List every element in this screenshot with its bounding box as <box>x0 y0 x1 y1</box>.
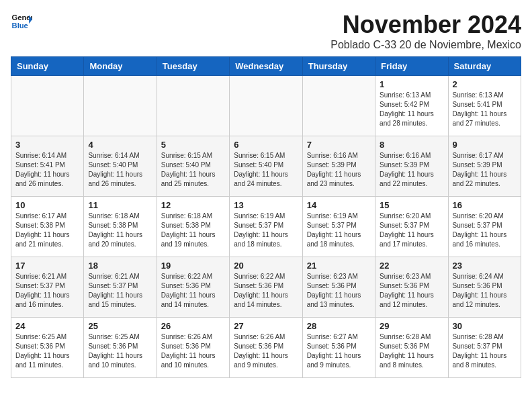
calendar-cell: 14Sunrise: 6:19 AMSunset: 5:37 PMDayligh… <box>302 197 375 257</box>
day-info: Sunrise: 6:17 AMSunset: 5:39 PMDaylight:… <box>453 151 517 189</box>
calendar-cell: 10Sunrise: 6:17 AMSunset: 5:38 PMDayligh… <box>11 197 84 257</box>
day-info: Sunrise: 6:19 AMSunset: 5:37 PMDaylight:… <box>307 212 371 249</box>
day-number: 19 <box>161 261 225 271</box>
calendar-table: SundayMondayTuesdayWednesdayThursdayFrid… <box>11 56 521 378</box>
day-number: 7 <box>307 140 371 150</box>
day-of-week-header: Tuesday <box>157 57 229 76</box>
calendar-cell <box>84 76 157 136</box>
title-block: November 2024 Poblado C-33 20 de Noviemb… <box>330 11 521 51</box>
day-info: Sunrise: 6:14 AMSunset: 5:40 PMDaylight:… <box>88 151 152 189</box>
page-header: General Blue November 2024 Poblado C-33 … <box>11 11 521 51</box>
calendar-cell <box>157 76 229 136</box>
calendar-cell <box>302 76 375 136</box>
day-number: 29 <box>380 321 443 331</box>
calendar-cell: 20Sunrise: 6:22 AMSunset: 5:36 PMDayligh… <box>230 257 302 318</box>
day-number: 15 <box>380 200 443 210</box>
day-info: Sunrise: 6:20 AMSunset: 5:37 PMDaylight:… <box>380 212 443 249</box>
calendar-cell: 27Sunrise: 6:26 AMSunset: 5:36 PMDayligh… <box>230 318 302 378</box>
calendar-cell: 28Sunrise: 6:27 AMSunset: 5:36 PMDayligh… <box>302 318 375 378</box>
calendar-cell: 15Sunrise: 6:20 AMSunset: 5:37 PMDayligh… <box>375 197 448 257</box>
day-info: Sunrise: 6:26 AMSunset: 5:36 PMDaylight:… <box>234 332 298 370</box>
day-number: 14 <box>307 200 371 210</box>
calendar-cell: 29Sunrise: 6:28 AMSunset: 5:36 PMDayligh… <box>375 318 448 378</box>
location-subtitle: Poblado C-33 20 de Noviembre, Mexico <box>330 39 521 51</box>
calendar-cell: 13Sunrise: 6:19 AMSunset: 5:37 PMDayligh… <box>230 197 302 257</box>
day-info: Sunrise: 6:14 AMSunset: 5:41 PMDaylight:… <box>15 151 79 189</box>
day-info: Sunrise: 6:19 AMSunset: 5:37 PMDaylight:… <box>234 212 298 249</box>
day-info: Sunrise: 6:28 AMSunset: 5:37 PMDaylight:… <box>453 332 517 370</box>
day-number: 24 <box>15 321 79 331</box>
calendar-cell: 9Sunrise: 6:17 AMSunset: 5:39 PMDaylight… <box>448 136 521 197</box>
day-info: Sunrise: 6:16 AMSunset: 5:39 PMDaylight:… <box>380 151 443 189</box>
month-title: November 2024 <box>330 11 521 39</box>
day-of-week-header: Thursday <box>302 57 375 76</box>
calendar-cell: 11Sunrise: 6:18 AMSunset: 5:38 PMDayligh… <box>84 197 157 257</box>
calendar-cell: 3Sunrise: 6:14 AMSunset: 5:41 PMDaylight… <box>11 136 84 197</box>
calendar-week-row: 3Sunrise: 6:14 AMSunset: 5:41 PMDaylight… <box>11 136 521 197</box>
day-info: Sunrise: 6:18 AMSunset: 5:38 PMDaylight:… <box>161 212 225 249</box>
calendar-cell: 21Sunrise: 6:23 AMSunset: 5:36 PMDayligh… <box>302 257 375 318</box>
calendar-cell: 22Sunrise: 6:23 AMSunset: 5:36 PMDayligh… <box>375 257 448 318</box>
day-number: 25 <box>88 321 152 331</box>
calendar-cell <box>230 76 302 136</box>
day-info: Sunrise: 6:17 AMSunset: 5:38 PMDaylight:… <box>15 212 79 249</box>
day-info: Sunrise: 6:24 AMSunset: 5:36 PMDaylight:… <box>453 272 517 310</box>
day-number: 4 <box>88 140 152 150</box>
day-number: 8 <box>380 140 443 150</box>
calendar-week-row: 17Sunrise: 6:21 AMSunset: 5:37 PMDayligh… <box>11 257 521 318</box>
day-info: Sunrise: 6:20 AMSunset: 5:37 PMDaylight:… <box>453 212 517 249</box>
day-info: Sunrise: 6:22 AMSunset: 5:36 PMDaylight:… <box>234 272 298 310</box>
day-number: 9 <box>453 140 517 150</box>
day-of-week-header: Wednesday <box>230 57 302 76</box>
day-number: 13 <box>234 200 298 210</box>
day-of-week-header: Friday <box>375 57 448 76</box>
calendar-cell: 24Sunrise: 6:25 AMSunset: 5:36 PMDayligh… <box>11 318 84 378</box>
day-info: Sunrise: 6:25 AMSunset: 5:36 PMDaylight:… <box>15 332 79 370</box>
logo-icon: General Blue <box>11 11 32 32</box>
calendar-cell: 16Sunrise: 6:20 AMSunset: 5:37 PMDayligh… <box>448 197 521 257</box>
day-info: Sunrise: 6:28 AMSunset: 5:36 PMDaylight:… <box>380 332 443 370</box>
calendar-cell: 18Sunrise: 6:21 AMSunset: 5:37 PMDayligh… <box>84 257 157 318</box>
day-number: 2 <box>453 79 517 89</box>
calendar-cell: 8Sunrise: 6:16 AMSunset: 5:39 PMDaylight… <box>375 136 448 197</box>
day-info: Sunrise: 6:27 AMSunset: 5:36 PMDaylight:… <box>307 332 371 370</box>
day-info: Sunrise: 6:21 AMSunset: 5:37 PMDaylight:… <box>15 272 79 310</box>
svg-text:Blue: Blue <box>12 21 28 30</box>
calendar-cell: 30Sunrise: 6:28 AMSunset: 5:37 PMDayligh… <box>448 318 521 378</box>
day-number: 17 <box>15 261 79 271</box>
day-info: Sunrise: 6:15 AMSunset: 5:40 PMDaylight:… <box>234 151 298 189</box>
day-of-week-header: Sunday <box>11 57 84 76</box>
day-number: 1 <box>380 79 443 89</box>
day-info: Sunrise: 6:18 AMSunset: 5:38 PMDaylight:… <box>88 212 152 249</box>
day-info: Sunrise: 6:23 AMSunset: 5:36 PMDaylight:… <box>380 272 443 310</box>
day-number: 3 <box>15 140 79 150</box>
day-number: 16 <box>453 200 517 210</box>
day-number: 28 <box>307 321 371 331</box>
calendar-week-row: 24Sunrise: 6:25 AMSunset: 5:36 PMDayligh… <box>11 318 521 378</box>
day-number: 10 <box>15 200 79 210</box>
day-number: 22 <box>380 261 443 271</box>
day-info: Sunrise: 6:16 AMSunset: 5:39 PMDaylight:… <box>307 151 371 189</box>
day-number: 30 <box>453 321 517 331</box>
day-number: 11 <box>88 200 152 210</box>
calendar-cell: 7Sunrise: 6:16 AMSunset: 5:39 PMDaylight… <box>302 136 375 197</box>
calendar-cell: 26Sunrise: 6:26 AMSunset: 5:36 PMDayligh… <box>157 318 229 378</box>
calendar-cell: 25Sunrise: 6:25 AMSunset: 5:36 PMDayligh… <box>84 318 157 378</box>
calendar-cell: 2Sunrise: 6:13 AMSunset: 5:41 PMDaylight… <box>448 76 521 136</box>
calendar-cell: 5Sunrise: 6:15 AMSunset: 5:40 PMDaylight… <box>157 136 229 197</box>
day-number: 12 <box>161 200 225 210</box>
calendar-cell: 1Sunrise: 6:13 AMSunset: 5:42 PMDaylight… <box>375 76 448 136</box>
day-of-week-header: Saturday <box>448 57 521 76</box>
calendar-header-row: SundayMondayTuesdayWednesdayThursdayFrid… <box>11 57 521 76</box>
day-info: Sunrise: 6:21 AMSunset: 5:37 PMDaylight:… <box>88 272 152 310</box>
calendar-week-row: 1Sunrise: 6:13 AMSunset: 5:42 PMDaylight… <box>11 76 521 136</box>
day-info: Sunrise: 6:22 AMSunset: 5:36 PMDaylight:… <box>161 272 225 310</box>
day-number: 5 <box>161 140 225 150</box>
calendar-cell: 12Sunrise: 6:18 AMSunset: 5:38 PMDayligh… <box>157 197 229 257</box>
day-number: 18 <box>88 261 152 271</box>
day-info: Sunrise: 6:13 AMSunset: 5:42 PMDaylight:… <box>380 91 443 128</box>
calendar-cell: 17Sunrise: 6:21 AMSunset: 5:37 PMDayligh… <box>11 257 84 318</box>
day-number: 27 <box>234 321 298 331</box>
day-number: 20 <box>234 261 298 271</box>
day-info: Sunrise: 6:23 AMSunset: 5:36 PMDaylight:… <box>307 272 371 310</box>
